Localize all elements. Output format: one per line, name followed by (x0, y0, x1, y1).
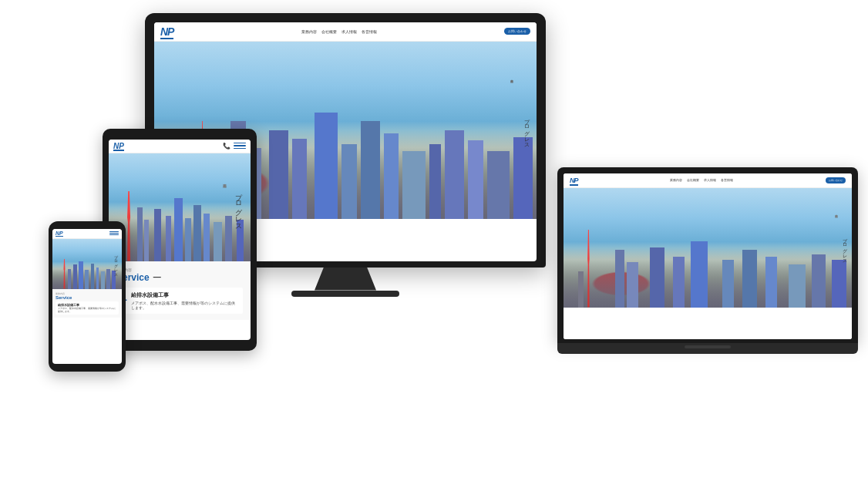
phone-screen: NP (52, 229, 122, 364)
tablet-nav-icons: 📞 (223, 142, 246, 150)
tablet-section-title: Service (116, 272, 243, 283)
laptop-below-hero (564, 308, 852, 339)
tablet-logo: NP (113, 142, 124, 150)
phone: NP (49, 221, 126, 372)
monitor-logo: NP (160, 25, 173, 38)
tablet-hero-img (109, 153, 251, 261)
tablet: NP 📞 (103, 129, 257, 351)
monitor-nav: 業務内容 会社概要 求人情報 各営情報 (301, 29, 377, 34)
laptop-screen: NP 業務内容 会社概要 求人情報 各営情報 お問い合わせ (564, 173, 852, 339)
monitor-cta-button[interactable]: お問い合わせ (504, 28, 530, 35)
laptop-base (557, 343, 858, 354)
scene: NP 業務内容 会社概要 求人情報 各営情報 お問い合わせ (10, 13, 858, 476)
phone-content: 業務内容 Service 給排水設備工事 メアポス、配水水設備工事、需要情報が等… (52, 289, 122, 318)
phone-hero-text: プログレス (114, 252, 119, 275)
monitor-navbar: NP 業務内容 会社概要 求人情報 各営情報 お問い合わせ (154, 22, 537, 42)
phone-hero: プログレス (52, 239, 122, 289)
laptop-nav: 業務内容 会社概要 求人情報 各営情報 (670, 178, 733, 182)
laptop-cta-button[interactable]: お問い合わせ (826, 177, 846, 183)
phone-navbar: NP (52, 229, 122, 239)
laptop-logo: NP (570, 177, 578, 184)
phone-logo: NP (56, 231, 63, 236)
tablet-hero: 未来前進 プログレス (109, 153, 251, 261)
phone-section-title: Service (56, 295, 119, 300)
phone-menu-icon[interactable] (109, 231, 119, 237)
laptop-frame: NP 業務内容 会社概要 求人情報 各営情報 お問い合わせ (557, 167, 858, 343)
laptop: NP 業務内容 会社概要 求人情報 各営情報 お問い合わせ (557, 167, 858, 354)
tablet-content: 業務内容 Service 1 給排水設備工事 メアポス、配水水設備工事、需要情報… (109, 261, 251, 320)
monitor-hero-text: プログレス (523, 115, 530, 146)
tablet-frame: NP 📞 (103, 129, 257, 351)
tablet-hero-text: プログレス (234, 188, 243, 227)
tablet-phone-icon: 📞 (223, 143, 230, 150)
phone-service-item: 給排水設備工事 メアポス、配水水設備工事、需要情報が等のシステムに提供します。 (56, 301, 119, 315)
monitor-stand (315, 268, 376, 291)
tablet-service-info: 給排水設備工事 メアポス、配水水設備工事、需要情報が等のシステムに提供します。 (131, 291, 238, 310)
tablet-service-desc: メアポス、配水水設備工事、需要情報が等のシステムに提供します。 (131, 301, 238, 310)
tablet-service-item: 1 給排水設備工事 メアポス、配水水設備工事、需要情報が等のシステムに提供します… (116, 288, 243, 314)
phone-frame: NP (49, 221, 126, 372)
tablet-navbar: NP 📞 (109, 140, 251, 153)
laptop-navbar: NP 業務内容 会社概要 求人情報 各営情報 お問い合わせ (564, 173, 852, 188)
tablet-service-title: 給排水設備工事 (131, 291, 238, 299)
phone-service-desc: メアポス、配水水設備工事、需要情報が等のシステムに提供します。 (58, 307, 116, 313)
monitor-base (291, 291, 399, 297)
tablet-screen: NP 📞 (109, 140, 251, 340)
laptop-hero-text: プログレス (841, 234, 847, 261)
tablet-menu-icon[interactable] (234, 142, 246, 150)
phone-hero-img (52, 239, 122, 289)
laptop-hero: 未来前進 プログレス (564, 188, 852, 308)
